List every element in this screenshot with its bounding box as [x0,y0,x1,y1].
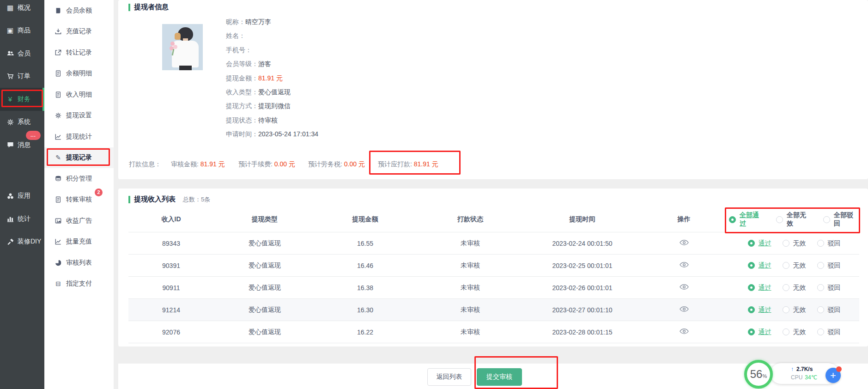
radio-pass[interactable]: 通过 [748,306,771,314]
cell-amount: 16.22 [316,328,415,336]
radio-dot[interactable] [817,328,824,335]
radio-dot[interactable] [783,262,789,269]
view-detail-button[interactable] [680,261,689,268]
sidebar-item-overview[interactable]: ▦概况 [0,0,44,19]
radio-pass[interactable]: 通过 [748,261,771,270]
menu-item-label: 指定支付 [66,280,92,288]
menu-item-label: 收益广告 [66,217,92,225]
download-icon [54,28,62,35]
cell-status: 未审核 [415,284,526,292]
radio-dot[interactable] [748,284,755,291]
eye-icon [680,328,689,334]
table-row: 90911爱心值返现16.38未审核2023-02-26 00:01:01通过无… [128,277,859,299]
radio-invalid[interactable]: 无效 [783,328,806,336]
radio-dot[interactable] [817,240,824,247]
menu-item-label: 积分管理 [66,175,92,183]
cell-time: 2023-02-25 00:01:01 [526,262,639,269]
payment-item: 预计手续费: 0.00 元 [238,157,295,171]
cell-status: 未审核 [415,261,526,270]
orders-icon [6,73,15,80]
sidebar-item-decorate-diy[interactable]: 装修DIY [0,231,44,254]
menu-item-balance-details[interactable]: 余额明细 [44,63,114,85]
menu-item-designated-payment[interactable]: ⊟指定支付 [44,274,114,295]
radio-dot[interactable] [817,262,824,269]
field-value: 待审核 [258,116,278,124]
menu-item-income-details[interactable]: 收入明细 [44,84,114,105]
menu-item-revenue-ads[interactable]: 收益广告 [44,210,114,231]
column-header: 提现时间 [526,215,639,224]
radio-dot[interactable] [783,328,789,335]
sidebar-item-finance[interactable]: ¥财务 [0,88,44,111]
sidebar-item-goods[interactable]: ▣商品 [0,19,44,43]
menu-item-withdraw-records[interactable]: ✎提现记录 [44,147,114,169]
radio-dot[interactable] [823,216,830,223]
menu-item-batch-recharge[interactable]: 批量充值 [44,231,114,253]
menu-item-label: 余额明细 [66,69,92,78]
radio-dot[interactable] [817,306,824,313]
radio-dot[interactable] [748,262,755,269]
radio-reject[interactable]: 驳回 [817,284,841,292]
menu-item-transfer-records[interactable]: 转让记录 [44,42,114,63]
field-label: 提现状态： [226,116,258,124]
menu-item-review-list[interactable]: 审核列表 [44,252,114,274]
avatar-flower [173,45,177,49]
cell-amount: 16.30 [316,306,415,314]
radio-pass[interactable]: 通过 [748,284,771,292]
menu-item-points-management[interactable]: 积分管理 [44,168,114,189]
menu-item-transfer-review[interactable]: 转账审核2 [44,189,114,211]
field-value: 2023-05-24 17:01:34 [258,130,318,138]
radio-invalid[interactable]: 无效 [783,239,806,248]
menu-item-withdraw-stats[interactable]: 提现统计 [44,126,114,147]
row-radio-group: 通过无效驳回 [729,239,859,248]
radio-pass[interactable]: 通过 [748,328,771,336]
radio-dot[interactable] [817,284,824,291]
view-detail-button[interactable] [680,239,689,246]
radio-invalid-all[interactable]: 全部无效 [776,211,812,228]
field-label: 手机号： [226,46,252,54]
radio-pass-all[interactable]: 全部通过 [729,211,765,228]
submit-review-button[interactable]: 提交审核 [477,368,522,386]
radio-dot[interactable] [783,306,789,313]
radio-invalid[interactable]: 无效 [783,306,806,314]
radio-dot[interactable] [783,284,789,291]
menu-item-recharge-records[interactable]: 充值记录 [44,21,114,43]
back-to-list-button[interactable]: 返回列表 [427,368,471,386]
radio-reject[interactable]: 驳回 [817,306,841,314]
menu-item-member-balance[interactable]: 会员余额 [44,0,114,21]
radio-reject[interactable]: 驳回 [817,261,841,270]
sidebar-item-messages[interactable]: 消息... [0,134,44,157]
sidebar-item-apps[interactable]: 应用 [0,185,44,208]
radio-dot[interactable] [783,240,789,247]
cell-time: 2023-02-28 00:01:15 [526,328,639,336]
cell-actions [639,328,729,336]
view-detail-button[interactable] [680,328,689,334]
view-detail-button[interactable] [680,284,689,290]
radio-dot[interactable] [776,216,783,223]
view-detail-button[interactable] [680,306,689,312]
pencil-icon: ✎ [54,154,62,161]
finance-icon: ¥ [6,95,15,103]
sidebar-item-members[interactable]: 会员 [0,42,44,65]
radio-reject[interactable]: 驳回 [817,239,841,248]
avatar-cat [175,33,181,40]
radio-reject-all[interactable]: 全部驳回 [823,211,859,228]
radio-invalid[interactable]: 无效 [783,284,806,292]
field-label: 昵称： [226,18,245,25]
field-value: 晴空万李 [245,18,271,25]
sidebar-item-orders[interactable]: 订单 [0,65,44,88]
table-row: 91214爱心值返现16.30未审核2023-02-27 00:01:10通过无… [128,299,859,321]
sidebar-item-stats[interactable]: 统计 [0,207,44,231]
radio-reject[interactable]: 驳回 [817,328,841,336]
radio-invalid[interactable]: 无效 [783,261,806,270]
field-label: 提现方式： [226,102,258,109]
menu-item-label: 批量充值 [66,237,92,246]
field-value: 游客 [258,60,271,67]
radio-dot[interactable] [748,306,755,313]
radio-dot[interactable] [748,240,755,247]
menu-item-withdraw-settings[interactable]: 提现设置 [44,105,114,127]
radio-dot[interactable] [729,216,736,223]
sidebar-item-system[interactable]: 系统 [0,111,44,134]
column-header: 提现类型 [214,215,316,224]
radio-dot[interactable] [748,328,755,335]
radio-pass[interactable]: 通过 [748,239,771,248]
